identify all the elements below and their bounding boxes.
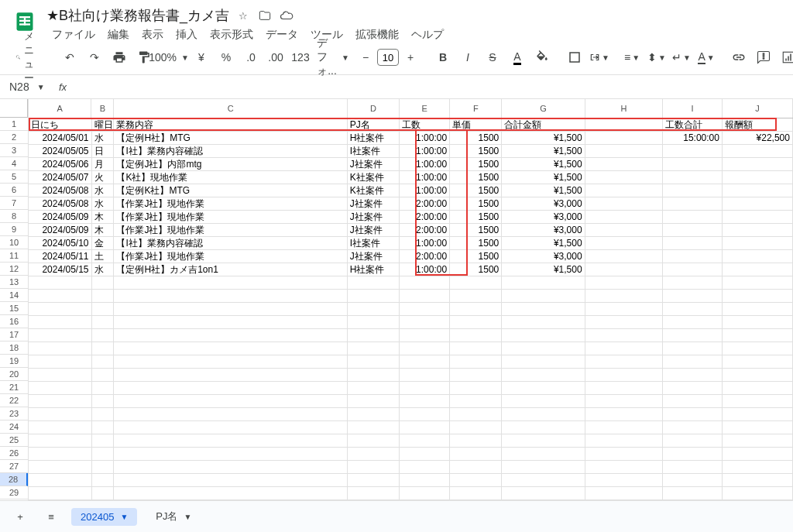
row-header[interactable]: 13	[0, 276, 28, 289]
cell[interactable]: 1500	[450, 184, 502, 197]
cell[interactable]	[114, 487, 347, 500]
cell[interactable]	[348, 369, 400, 382]
cell[interactable]	[585, 369, 664, 382]
decrease-font-button[interactable]: −	[355, 47, 376, 67]
cell[interactable]	[114, 276, 347, 290]
col-header-J[interactable]: J	[723, 99, 793, 118]
row-header[interactable]: 8	[0, 210, 28, 223]
cell[interactable]	[723, 224, 793, 237]
link-button[interactable]	[729, 47, 749, 67]
cell[interactable]	[585, 448, 664, 461]
wrap-button[interactable]: ↵▼	[671, 47, 692, 67]
cell[interactable]	[663, 395, 723, 408]
col-header-D[interactable]: D	[348, 99, 400, 118]
cell[interactable]	[502, 382, 585, 395]
borders-button[interactable]	[565, 47, 585, 67]
cell[interactable]	[29, 448, 92, 461]
menu-編集[interactable]: 編集	[102, 26, 135, 43]
cell[interactable]	[29, 395, 92, 408]
cell[interactable]: 工数合計	[663, 118, 723, 132]
cell[interactable]	[92, 487, 115, 500]
cell[interactable]: 2024/05/05	[29, 145, 92, 158]
cell[interactable]: I社案件	[348, 145, 400, 158]
cell[interactable]	[502, 342, 585, 355]
cell[interactable]	[663, 303, 723, 316]
cell[interactable]	[400, 474, 450, 487]
row-header[interactable]: 21	[0, 381, 28, 394]
cell[interactable]: 1500	[450, 197, 502, 211]
cell[interactable]	[114, 355, 347, 369]
redo-button[interactable]: ↷	[84, 47, 105, 67]
cell[interactable]	[663, 250, 723, 263]
cell[interactable]	[450, 395, 502, 408]
cell[interactable]	[502, 421, 585, 434]
cell[interactable]: 2:00:00	[400, 250, 450, 263]
cell[interactable]: 1500	[450, 158, 502, 171]
cell[interactable]: 火	[92, 171, 115, 184]
cell[interactable]	[450, 461, 502, 474]
row-header[interactable]: 7	[0, 197, 28, 210]
cell[interactable]	[585, 118, 664, 132]
cell[interactable]	[585, 211, 664, 224]
cell[interactable]	[348, 408, 400, 421]
increase-font-button[interactable]: +	[400, 47, 421, 67]
sheet-tab-other[interactable]: PJ名▼	[146, 506, 201, 527]
cell[interactable]	[29, 408, 92, 421]
cell[interactable]: 1:00:00	[400, 145, 450, 158]
cell[interactable]	[29, 329, 92, 342]
cell[interactable]	[663, 197, 723, 211]
cell[interactable]: 1:00:00	[400, 158, 450, 171]
strike-button[interactable]: S	[482, 47, 503, 67]
cell[interactable]	[400, 395, 450, 408]
cell[interactable]	[723, 250, 793, 263]
cell[interactable]	[450, 276, 502, 290]
cell[interactable]	[723, 434, 793, 448]
cell[interactable]	[663, 474, 723, 487]
cell[interactable]	[348, 329, 400, 342]
cell[interactable]: ¥3,000	[502, 211, 585, 224]
cell[interactable]: ¥1,500	[502, 145, 585, 158]
font-select[interactable]: デフォ...▼	[323, 47, 343, 67]
cell[interactable]	[723, 487, 793, 500]
row-header[interactable]: 20	[0, 368, 28, 381]
cell[interactable]	[450, 342, 502, 355]
cell[interactable]	[663, 487, 723, 500]
more-formats-button[interactable]: 123	[290, 47, 311, 67]
text-color-button[interactable]: A	[507, 47, 527, 67]
row-header[interactable]: 6	[0, 184, 28, 197]
col-header-I[interactable]: I	[663, 99, 723, 118]
cell[interactable]: 【定例H社】MTG	[114, 132, 347, 145]
cell[interactable]	[348, 303, 400, 316]
cell[interactable]	[92, 290, 115, 303]
undo-button[interactable]: ↶	[60, 47, 80, 67]
cell[interactable]	[723, 355, 793, 369]
cell[interactable]: 日にち	[29, 118, 92, 132]
cell[interactable]	[450, 303, 502, 316]
chart-button[interactable]	[778, 47, 793, 67]
cell[interactable]	[723, 369, 793, 382]
cell[interactable]	[663, 329, 723, 342]
increase-decimal-button[interactable]: .00	[266, 47, 286, 67]
cell[interactable]: 月	[92, 158, 115, 171]
cell[interactable]	[585, 276, 664, 290]
cell[interactable]	[723, 263, 793, 276]
cell[interactable]	[29, 276, 92, 290]
cell[interactable]	[92, 461, 115, 474]
cell[interactable]	[114, 290, 347, 303]
cell[interactable]	[585, 197, 664, 211]
cell[interactable]	[92, 474, 115, 487]
cell[interactable]: PJ名	[348, 118, 400, 132]
cell[interactable]	[92, 421, 115, 434]
cell[interactable]	[450, 448, 502, 461]
cell[interactable]	[723, 448, 793, 461]
cell[interactable]	[348, 434, 400, 448]
cell[interactable]: J社案件	[348, 250, 400, 263]
cell[interactable]	[92, 448, 115, 461]
cell[interactable]	[400, 342, 450, 355]
cell[interactable]	[723, 303, 793, 316]
cell[interactable]: H社案件	[348, 263, 400, 276]
cell[interactable]: 2:00:00	[400, 224, 450, 237]
row-header[interactable]: 10	[0, 236, 28, 249]
col-header-F[interactable]: F	[450, 99, 502, 118]
cell[interactable]: 1:00:00	[400, 263, 450, 276]
